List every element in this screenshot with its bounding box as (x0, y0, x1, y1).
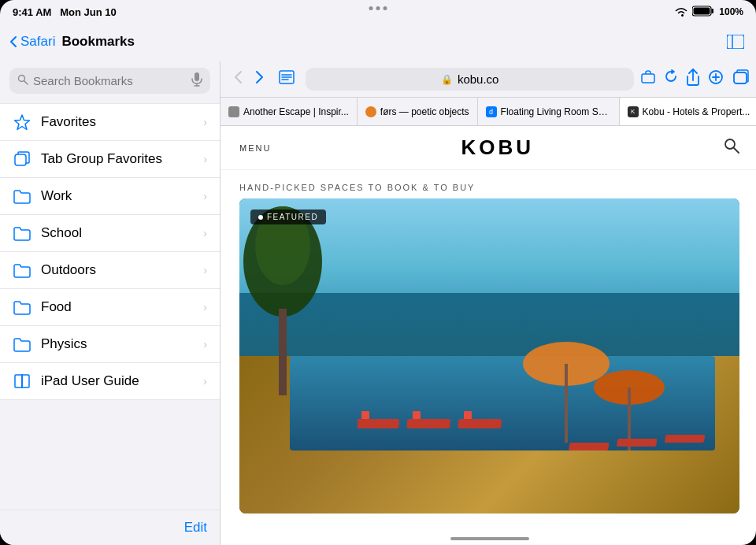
work-folder-icon (13, 187, 32, 206)
pool-scene (239, 198, 739, 513)
svg-rect-25 (279, 309, 287, 395)
tab-label-kobu: Kobu - Hotels & Propert... (643, 106, 750, 117)
svg-rect-20 (734, 72, 747, 83)
reader-button[interactable] (274, 69, 299, 90)
browser-chrome: Safari Bookmarks (0, 22, 756, 61)
tab-label-fors: førs — poetic objects (380, 106, 469, 117)
tab-another-escape[interactable]: Another Escape | Inspir... (220, 98, 358, 126)
tab-favicon-another-escape (228, 106, 239, 117)
sidebar-toggle-button[interactable] (724, 31, 747, 53)
svg-line-22 (734, 148, 739, 153)
tab-favicon-fors (365, 106, 376, 117)
svg-rect-37 (617, 439, 658, 447)
airdrop-button[interactable] (640, 69, 656, 89)
ipad-user-guide-chevron: › (203, 375, 207, 387)
physics-chevron: › (203, 338, 207, 350)
sidebar-item-tab-group-favorites[interactable]: Tab Group Favorites › (0, 141, 220, 178)
svg-rect-31 (464, 411, 472, 419)
svg-rect-1 (712, 9, 714, 13)
svg-rect-7 (195, 72, 199, 81)
svg-rect-2 (694, 7, 710, 14)
outdoors-label: Outdoors (41, 262, 194, 278)
search-icon (17, 74, 28, 87)
tab-group-label: Tab Group Favorites (41, 151, 194, 167)
browser-content: 🔒 kobu.co (220, 61, 756, 545)
sidebar-item-favorites[interactable]: Favorites › (0, 103, 220, 141)
battery-icon (692, 6, 714, 17)
sidebar-title: Bookmarks (61, 34, 135, 50)
share-icon (686, 69, 700, 86)
nav-back-icon (233, 70, 243, 84)
new-tab-button[interactable] (708, 69, 724, 89)
svg-rect-30 (458, 419, 502, 428)
svg-rect-16 (642, 74, 654, 83)
safari-back-label: Safari (20, 34, 55, 50)
sidebar-item-food[interactable]: Food › (0, 289, 220, 326)
search-bar[interactable] (9, 68, 210, 94)
tab-overview-icon (732, 69, 749, 85)
tab-favicon-kobu: K (628, 106, 639, 117)
forward-button[interactable] (252, 69, 268, 90)
tab-group-icon (13, 150, 32, 169)
sidebar-toolbar: Safari Bookmarks (0, 22, 756, 61)
sidebar-item-work[interactable]: Work › (0, 178, 220, 215)
folder-school-svg (13, 225, 31, 241)
site-tagline: HAND-PICKED SPACES TO BOOK & TO BUY (220, 170, 756, 198)
school-folder-icon (13, 224, 32, 243)
edit-button[interactable]: Edit (184, 520, 207, 536)
sidebar-item-physics[interactable]: Physics › (0, 326, 220, 363)
nav-forward-icon (255, 70, 265, 84)
outdoors-folder-icon (13, 261, 32, 280)
school-label: School (41, 225, 194, 241)
tab-overview-button[interactable] (732, 69, 749, 89)
folder-svg (13, 188, 31, 204)
wifi-icon (675, 7, 687, 17)
sidebar-item-outdoors[interactable]: Outdoors › (0, 252, 220, 289)
airdrop-icon (640, 69, 656, 85)
tab-group-chevron: › (203, 153, 207, 165)
new-tab-icon (708, 69, 724, 85)
sidebar-footer: Edit (0, 510, 220, 545)
back-button[interactable] (230, 69, 246, 90)
physics-folder-icon (13, 335, 32, 354)
svg-rect-3 (727, 35, 744, 49)
site-menu-label[interactable]: MENU (239, 143, 271, 153)
top-dots (369, 6, 387, 10)
tab-kobu[interactable]: K Kobu - Hotels & Propert... (620, 98, 756, 126)
tab-group-svg (13, 150, 31, 168)
reader-icon (279, 70, 295, 84)
refresh-button[interactable] (664, 69, 678, 89)
tree-svg (239, 198, 334, 395)
scroll-indicator (450, 537, 529, 540)
tab-floating-living[interactable]: d Floating Living Room Se... (478, 98, 620, 126)
svg-rect-38 (665, 435, 706, 443)
lock-icon: 🔒 (441, 74, 453, 85)
ipad-user-guide-label: iPad User Guide (41, 373, 194, 389)
tabs-bar: Another Escape | Inspir... førs — poetic… (220, 98, 756, 126)
physics-label: Physics (41, 336, 194, 352)
url-bar[interactable]: 🔒 kobu.co (306, 68, 634, 91)
hero-image: FEATURED (239, 198, 739, 513)
svg-line-6 (24, 81, 28, 85)
search-input[interactable] (33, 74, 187, 87)
battery-pct: 100% (719, 6, 743, 17)
microphone-icon[interactable] (191, 72, 202, 89)
svg-rect-29 (413, 411, 421, 419)
sidebar-item-ipad-user-guide[interactable]: iPad User Guide › (0, 363, 220, 400)
site-logo: KOBU (461, 135, 535, 160)
sidebar-item-school[interactable]: School › (0, 215, 220, 252)
tab-fors[interactable]: førs — poetic objects (358, 98, 478, 126)
bookmark-list: Favorites › Tab Group Favorites › (0, 100, 220, 510)
food-chevron: › (203, 301, 207, 313)
svg-rect-26 (358, 419, 399, 428)
refresh-icon (664, 69, 678, 85)
site-search-button[interactable] (724, 138, 739, 158)
book-svg (13, 373, 31, 389)
share-button[interactable] (686, 69, 700, 90)
website-header: MENU KOBU (220, 126, 756, 170)
site-search-icon (724, 138, 739, 154)
tab-label-another-escape: Another Escape | Inspir... (243, 106, 349, 117)
safari-back-button[interactable]: Safari (9, 34, 55, 50)
book-icon (13, 372, 32, 391)
favorites-icon (13, 113, 32, 132)
